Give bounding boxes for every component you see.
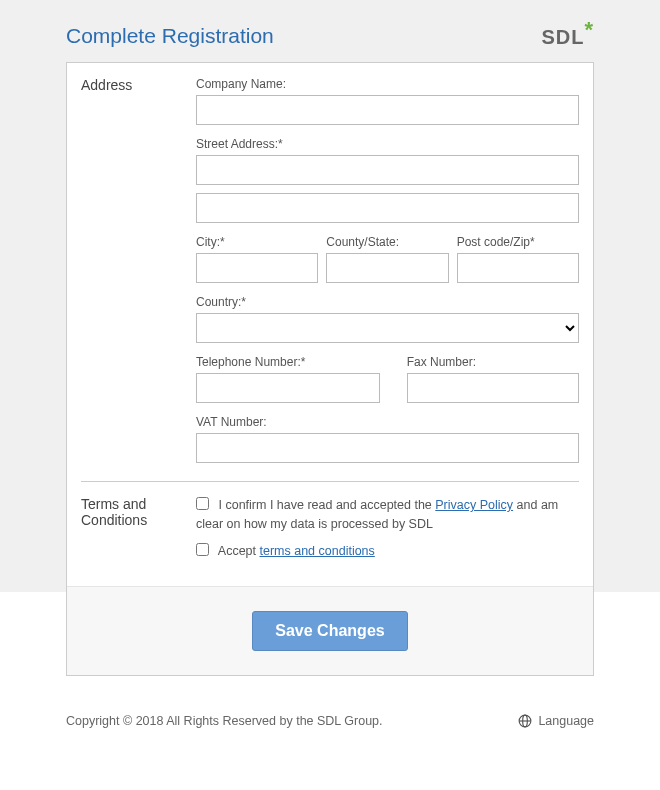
logo-star-icon: * (584, 17, 594, 42)
copyright-text: Copyright © 2018 All Rights Reserved by … (66, 714, 383, 728)
country-label: Country:* (196, 295, 579, 309)
city-label: City:* (196, 235, 318, 249)
telephone-input[interactable] (196, 373, 380, 403)
page-title: Complete Registration (66, 24, 274, 48)
privacy-policy-text: I confirm I have read and accepted the (218, 498, 435, 512)
fax-input[interactable] (407, 373, 579, 403)
vat-input[interactable] (196, 433, 579, 463)
privacy-policy-link[interactable]: Privacy Policy (435, 498, 513, 512)
country-select[interactable] (196, 313, 579, 343)
telephone-label: Telephone Number:* (196, 355, 380, 369)
postcode-input[interactable] (457, 253, 579, 283)
company-name-input[interactable] (196, 95, 579, 125)
postcode-label: Post code/Zip* (457, 235, 579, 249)
address-section-label: Address (81, 77, 196, 463)
street-address-label: Street Address:* (196, 137, 579, 151)
terms-section-label: Terms and Conditions (81, 496, 196, 568)
vat-label: VAT Number: (196, 415, 579, 429)
county-state-label: County/State: (326, 235, 448, 249)
language-selector[interactable]: Language (518, 714, 594, 728)
county-state-input[interactable] (326, 253, 448, 283)
language-label: Language (538, 714, 594, 728)
company-name-label: Company Name: (196, 77, 579, 91)
street-address-1-input[interactable] (196, 155, 579, 185)
registration-card: Address Company Name: Street Address:* C… (66, 62, 594, 676)
fax-label: Fax Number: (407, 355, 579, 369)
street-address-2-input[interactable] (196, 193, 579, 223)
accept-terms-text: Accept (218, 544, 260, 558)
accept-terms-checkbox[interactable] (196, 543, 209, 556)
terms-conditions-link[interactable]: terms and conditions (259, 544, 374, 558)
privacy-policy-checkbox[interactable] (196, 497, 209, 510)
sdl-logo: SDL* (541, 24, 594, 50)
city-input[interactable] (196, 253, 318, 283)
globe-icon (518, 714, 532, 728)
save-changes-button[interactable]: Save Changes (252, 611, 407, 651)
